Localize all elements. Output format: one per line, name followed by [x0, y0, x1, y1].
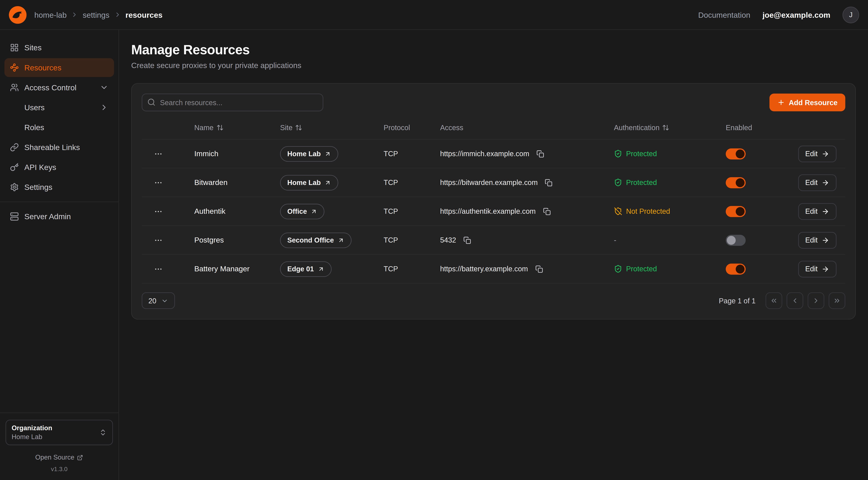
next-page-button[interactable]: [808, 292, 825, 309]
site-link[interactable]: Home Lab: [280, 146, 339, 161]
protocol-value: TCP: [383, 150, 440, 158]
sidebar-item-settings[interactable]: Settings: [4, 178, 114, 197]
sidebar-item-shareable-links[interactable]: Shareable Links: [4, 138, 114, 157]
auth-label: -: [614, 236, 616, 244]
user-email[interactable]: joe@example.com: [763, 10, 830, 19]
sidebar-item-access-control[interactable]: Access Control: [4, 78, 114, 97]
sidebar-item-server-admin[interactable]: Server Admin: [4, 207, 114, 226]
version-label: v1.3.0: [6, 466, 113, 472]
organization-selector[interactable]: Organization Home Lab: [6, 420, 113, 445]
header-name-label: Name: [194, 123, 214, 131]
sidebar-item-sites[interactable]: Sites: [4, 38, 114, 57]
edit-button[interactable]: Edit: [798, 203, 836, 219]
header-protocol: Protocol: [383, 123, 440, 131]
ellipsis-icon: [154, 264, 163, 273]
edit-button[interactable]: Edit: [798, 174, 836, 191]
site-link[interactable]: Second Office: [280, 232, 351, 248]
pangolin-logo-icon: [9, 6, 27, 24]
copy-button[interactable]: [533, 263, 545, 275]
avatar[interactable]: J: [842, 6, 859, 23]
sidebar-item-roles[interactable]: Roles: [4, 118, 114, 137]
chevron-left-icon: [791, 297, 799, 305]
search-box: [142, 94, 323, 111]
edit-button[interactable]: Edit: [798, 145, 836, 162]
sidebar-item-label: Settings: [24, 183, 53, 192]
arrow-up-right-icon: [318, 266, 324, 272]
copy-button[interactable]: [461, 234, 473, 246]
toggle-knob: [736, 264, 745, 273]
waypoints-icon: [10, 63, 19, 72]
ellipsis-icon: [154, 236, 163, 244]
edit-label: Edit: [805, 236, 818, 244]
breadcrumb-settings[interactable]: settings: [83, 10, 110, 19]
enabled-toggle[interactable]: [726, 177, 746, 188]
breadcrumb-org[interactable]: home-lab: [34, 10, 67, 19]
external-link-icon: [77, 454, 83, 460]
server-icon: [10, 212, 19, 221]
row-actions-button[interactable]: [151, 175, 166, 190]
edit-button[interactable]: Edit: [798, 261, 836, 277]
access-url: https://battery.example.com: [440, 265, 528, 273]
page-indicator: Page 1 of 1: [719, 297, 756, 305]
enabled-toggle[interactable]: [726, 206, 746, 217]
sidebar-item-users[interactable]: Users: [4, 98, 114, 117]
sidebar-item-resources[interactable]: Resources: [4, 58, 114, 77]
open-source-link[interactable]: Open Source: [6, 454, 113, 461]
site-link[interactable]: Home Lab: [280, 175, 339, 190]
enabled-toggle[interactable]: [726, 148, 746, 159]
app-logo-icon[interactable]: [9, 6, 27, 24]
organization-text: Organization Home Lab: [11, 424, 52, 441]
copy-button[interactable]: [542, 176, 555, 188]
sort-authentication-button[interactable]: Authentication: [614, 123, 670, 131]
search-input[interactable]: [142, 94, 323, 111]
table-row: Bitwarden Home Lab TCP https://bitwarden…: [142, 168, 845, 197]
enabled-toggle[interactable]: [726, 235, 746, 246]
chevron-down-icon: [100, 83, 108, 92]
page-title: Manage Resources: [131, 42, 856, 58]
search-icon: [147, 98, 156, 106]
arrow-right-icon: [822, 236, 829, 244]
site-label: Home Lab: [287, 150, 321, 158]
chevrons-up-down-icon: [99, 429, 107, 437]
breadcrumb-current[interactable]: resources: [125, 10, 162, 19]
row-actions-button[interactable]: [151, 261, 166, 276]
row-actions-button[interactable]: [151, 146, 166, 161]
breadcrumb: home-lab settings resources: [34, 10, 162, 19]
auth-status: -: [614, 236, 616, 244]
header-enabled-label: Enabled: [726, 123, 752, 131]
site-label: Edge 01: [287, 265, 314, 273]
row-actions-button[interactable]: [151, 204, 166, 219]
previous-page-button[interactable]: [786, 292, 803, 309]
protocol-value: TCP: [383, 236, 440, 244]
chevrons-right-icon: [833, 297, 841, 305]
copy-button[interactable]: [541, 205, 553, 217]
protocol-value: TCP: [383, 207, 440, 215]
first-page-button[interactable]: [766, 292, 782, 309]
sort-site-button[interactable]: Site: [280, 123, 303, 131]
last-page-button[interactable]: [829, 292, 845, 309]
sort-icon: [216, 124, 223, 131]
copy-button[interactable]: [534, 148, 547, 160]
row-actions-button[interactable]: [151, 232, 166, 248]
topbar-right: Documentation joe@example.com J: [698, 6, 859, 23]
site-link[interactable]: Office: [280, 204, 324, 219]
add-resource-button[interactable]: Add Resource: [769, 94, 845, 111]
gear-icon: [10, 183, 19, 192]
edit-label: Edit: [805, 265, 818, 273]
edit-button[interactable]: Edit: [798, 232, 836, 248]
enabled-toggle[interactable]: [726, 263, 746, 274]
topbar-left: home-lab settings resources: [9, 6, 162, 24]
site-link[interactable]: Edge 01: [280, 261, 332, 276]
arrow-right-icon: [822, 179, 829, 186]
sidebar-item-api-keys[interactable]: API Keys: [4, 158, 114, 177]
page-size-select[interactable]: 20: [142, 292, 175, 309]
edit-label: Edit: [805, 178, 818, 187]
chevron-right-icon: [114, 11, 121, 18]
chevrons-left-icon: [770, 297, 778, 305]
main-content: Manage Resources Create secure proxies t…: [119, 30, 868, 480]
access-url: https://bitwarden.example.com: [440, 178, 537, 187]
edit-label: Edit: [805, 207, 818, 215]
table-footer: 20 Page 1 of 1: [142, 292, 845, 309]
documentation-link[interactable]: Documentation: [698, 10, 750, 19]
sort-name-button[interactable]: Name: [194, 123, 223, 131]
